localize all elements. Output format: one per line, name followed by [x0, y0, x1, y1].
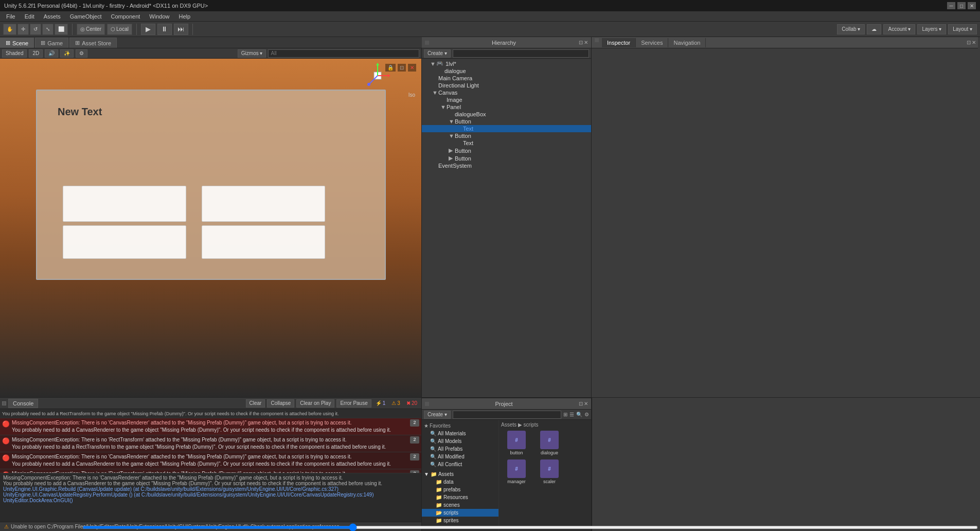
tree-text-1[interactable]: Text — [422, 125, 591, 132]
console-msg-2[interactable]: 🔴 MissingComponentException: There is no… — [0, 452, 421, 469]
tab-navigation[interactable]: Navigation — [668, 38, 706, 47]
proj-all-prefabs[interactable]: 🔍 All Prefabs — [422, 445, 498, 453]
proj-all-conflict[interactable]: 🔍 All Conflict — [422, 461, 498, 468]
tool-scale[interactable]: ⤡ — [42, 24, 54, 35]
proj-all-materials[interactable]: 🔍 All Materials — [422, 430, 498, 437]
tree-canvas[interactable]: ▼ Canvas — [422, 89, 591, 96]
viewport-search[interactable] — [268, 49, 419, 58]
tree-main-camera[interactable]: Main Camera — [422, 75, 591, 82]
center-button[interactable]: ◎ Center — [77, 24, 105, 35]
layout-button[interactable]: Layout ▾ — [948, 24, 977, 34]
proj-all-models[interactable]: 🔍 All Models — [422, 437, 498, 445]
tab-services[interactable]: Services — [636, 38, 668, 47]
local-button[interactable]: ⬡ Local — [107, 24, 132, 35]
hier-lock-icon[interactable] — [425, 41, 429, 45]
insp-expand-icon[interactable]: ⊡ — [967, 40, 971, 45]
minimize-button[interactable]: ─ — [947, 2, 955, 9]
step-button[interactable]: ⏭ — [174, 24, 188, 35]
tree-panel[interactable]: ▼ Panel — [422, 103, 591, 111]
project-create-button[interactable]: Create ▾ — [424, 411, 451, 419]
hierarchy-tree[interactable]: ▼ 🎮 1lvl* dialogue Main Camera — [422, 59, 591, 397]
proj-item-manager[interactable]: # manager — [501, 458, 532, 485]
hier-close-icon[interactable]: ✕ — [584, 40, 588, 45]
cloud-button[interactable]: ☁ — [867, 24, 881, 34]
shaded-button[interactable]: Shaded — [2, 49, 27, 58]
tool-rotate[interactable]: ↺ — [30, 24, 41, 35]
camera-expand[interactable]: ⊡ — [398, 64, 406, 72]
tree-text-2[interactable]: Text — [422, 139, 591, 147]
zoom-input[interactable] — [499, 526, 591, 529]
hierarchy-search[interactable] — [453, 49, 589, 58]
audio-button[interactable]: 🔊 — [45, 49, 58, 58]
proj-scenes[interactable]: 📁 scenes — [422, 501, 498, 509]
tool-rect[interactable]: ⬜ — [55, 24, 68, 35]
tool-hand[interactable]: ✋ — [3, 24, 16, 35]
project-search[interactable] — [453, 411, 561, 419]
insp-close-icon[interactable]: ✕ — [972, 40, 976, 45]
tree-image[interactable]: Image — [422, 96, 591, 103]
tree-event-system[interactable]: EventSystem — [422, 162, 591, 169]
gizmos-button[interactable]: Gizmos ▾ — [238, 49, 266, 58]
tree-button-2[interactable]: ▼ Button — [422, 132, 591, 139]
tool-move[interactable]: ✛ — [17, 24, 29, 35]
menu-file[interactable]: File — [2, 12, 20, 21]
menu-edit[interactable]: Edit — [21, 12, 39, 21]
insp-lock-icon[interactable] — [595, 38, 599, 42]
hier-expand-icon[interactable]: ⊡ — [579, 40, 583, 45]
tree-1lvl[interactable]: ▼ 🎮 1lvl* — [422, 60, 591, 67]
play-button[interactable]: ▶ — [141, 24, 155, 35]
pause-button[interactable]: ⏸ — [157, 24, 172, 35]
console-messages[interactable]: You probably need to add a RectTransform… — [0, 409, 421, 473]
proj-scripts[interactable]: 📂 scripts — [422, 509, 498, 517]
menu-component[interactable]: Component — [106, 12, 144, 21]
camera-lock[interactable]: 🔒 — [385, 64, 396, 72]
error-pause-button[interactable]: Error Pause — [336, 399, 371, 408]
account-button[interactable]: Account ▾ — [883, 24, 915, 34]
proj-assets-root[interactable]: ▼ 📁 Assets — [422, 470, 498, 478]
2d-button[interactable]: 2D — [29, 49, 43, 58]
console-msg-3[interactable]: 🔴 MissingComponentException: There is no… — [0, 469, 421, 473]
console-msg-1[interactable]: 🔴 MissingComponentException: There is no… — [0, 435, 421, 452]
camera-close[interactable]: ✕ — [408, 64, 416, 72]
tab-game[interactable]: ⊞ Game — [35, 38, 68, 48]
effects-button[interactable]: ✨ — [60, 49, 74, 58]
layers-button[interactable]: Layers ▾ — [917, 24, 946, 34]
close-button[interactable]: ✕ — [968, 2, 976, 9]
create-button[interactable]: Create ▾ — [424, 49, 451, 58]
console-lock-icon[interactable] — [2, 401, 6, 405]
menu-assets[interactable]: Assets — [40, 12, 65, 21]
clear-button[interactable]: Clear — [246, 399, 265, 408]
tab-console[interactable]: Console — [8, 399, 38, 408]
tab-scene[interactable]: ⊞ ⊞ Scene Scene — [0, 38, 34, 48]
tree-button-1[interactable]: ▼ Button — [422, 118, 591, 125]
collapse-button[interactable]: Collapse — [267, 399, 294, 408]
tree-dialogue-box[interactable]: dialogueBox — [422, 111, 591, 118]
menu-help[interactable]: Help — [174, 12, 194, 21]
menu-window[interactable]: Window — [145, 12, 173, 21]
tab-asset-store[interactable]: ⊞ Asset Store — [69, 38, 117, 48]
proj-item-scaler[interactable]: # scaler — [534, 458, 565, 485]
proj-list-icon[interactable]: ☰ — [569, 412, 574, 417]
proj-settings-icon[interactable]: ⚙ — [584, 412, 589, 417]
proj-expand-icon[interactable]: ⊡ — [579, 401, 583, 406]
proj-close-icon[interactable]: ✕ — [584, 401, 588, 406]
proj-resources[interactable]: 📁 Resources — [422, 493, 498, 501]
proj-data[interactable]: 📁 data — [422, 478, 498, 486]
collab-button[interactable]: Collab ▾ — [837, 24, 865, 34]
proj-grid-icon[interactable]: ⊞ — [563, 412, 567, 417]
proj-prefabs[interactable]: 📁 prefabs — [422, 486, 498, 493]
maximize-button[interactable]: □ — [957, 2, 966, 9]
console-msg-0[interactable]: 🔴 MissingComponentException: There is no… — [0, 418, 421, 435]
clear-on-play-button[interactable]: Clear on Play — [296, 399, 334, 408]
tree-dialogue[interactable]: dialogue — [422, 67, 591, 75]
proj-all-modified[interactable]: 🔍 All Modified — [422, 453, 498, 461]
proj-item-dialogue[interactable]: # dialogue — [534, 430, 565, 456]
menu-gameobject[interactable]: GameObject — [66, 12, 106, 21]
proj-item-button[interactable]: # button — [501, 430, 532, 456]
tab-inspector[interactable]: Inspector — [602, 38, 636, 47]
tree-directional-light[interactable]: Directional Light — [422, 82, 591, 89]
proj-lock-icon[interactable] — [425, 402, 429, 406]
proj-search-icon[interactable]: 🔍 — [576, 412, 582, 417]
tree-button-3[interactable]: ▶ Button — [422, 147, 591, 154]
viewport-settings[interactable]: ⚙ — [76, 49, 87, 58]
